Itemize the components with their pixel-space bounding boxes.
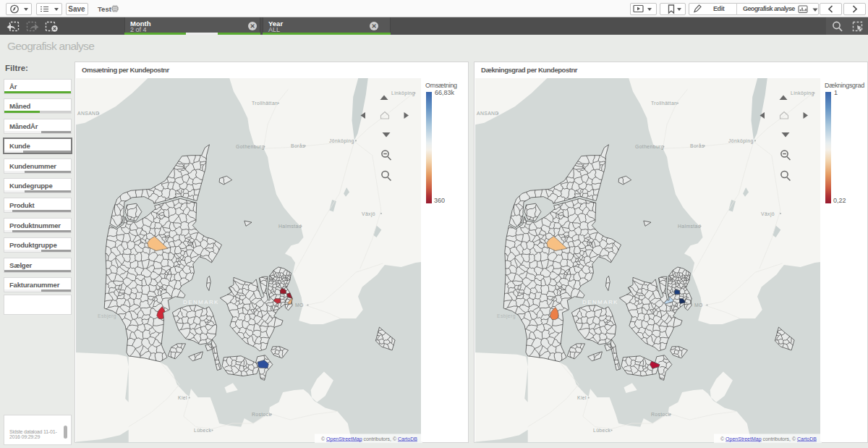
svg-text:Jönköping: Jönköping	[329, 138, 354, 144]
svg-text:MO: MO	[295, 303, 304, 308]
svg-text:Kiel: Kiel	[178, 395, 187, 400]
svg-text:DENMARK: DENMARK	[183, 299, 219, 305]
svg-text:Växjö: Växjö	[362, 211, 375, 217]
svg-text:ANSAND: ANSAND	[77, 111, 100, 116]
svg-text:Gothenburg: Gothenburg	[236, 144, 265, 150]
svg-text:Linköping: Linköping	[391, 90, 415, 96]
svg-text:Rostock: Rostock	[252, 412, 272, 417]
svg-text:Trollhättan: Trollhättan	[252, 101, 278, 106]
svg-text:© OpenStreetMap contributors,: © OpenStreetMap contributors, © CartoDB	[321, 436, 417, 442]
svg-text:Halmstad: Halmstad	[278, 224, 302, 229]
svg-text:Esbjerg: Esbjerg	[98, 313, 116, 319]
svg-text:Borås: Borås	[291, 143, 305, 148]
svg-text:Lübeck: Lübeck	[194, 428, 212, 433]
